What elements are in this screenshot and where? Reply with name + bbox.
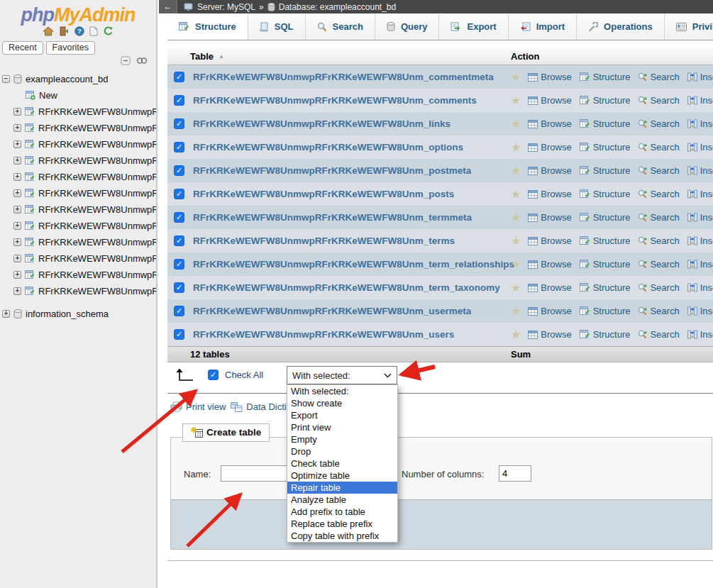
row-checkbox[interactable]	[174, 118, 184, 129]
structure-link[interactable]: Structure	[593, 189, 631, 199]
collapse-icon[interactable]	[2, 75, 10, 83]
table-name-link[interactable]: RFrKRKeWEWFW8UnmwpRFrKRKeWEWFW8Unm_postm…	[193, 165, 471, 176]
tab-query[interactable]: Query	[375, 13, 440, 40]
table-name-link[interactable]: RFrKRKeWEWFW8UnmwpRFrKRKeWEWFW8Unm_comme…	[193, 95, 477, 106]
dropdown-option[interactable]: Print view	[287, 421, 397, 433]
tab-privileges[interactable]: Privileges	[665, 13, 713, 40]
browse-link[interactable]: Browse	[541, 212, 571, 223]
insert-link[interactable]: Insert	[700, 72, 713, 82]
row-checkbox[interactable]	[174, 329, 184, 340]
insert-link[interactable]: Insert	[700, 95, 713, 106]
docs-icon[interactable]	[89, 26, 98, 36]
table-name-link[interactable]: RFrKRKeWEWFW8UnmwpRFrKRKeWEWFW8Unm_links	[193, 118, 451, 129]
tab-operations[interactable]: Operations	[577, 13, 665, 40]
tree-item-table[interactable]: RFrKRKeWEWFW8UnmwpR	[0, 136, 156, 152]
browse-link[interactable]: Browse	[541, 95, 571, 106]
favorite-star-icon[interactable]	[511, 117, 521, 131]
structure-link[interactable]: Structure	[593, 165, 631, 176]
search-link[interactable]: Search	[650, 95, 679, 106]
row-checkbox[interactable]	[174, 212, 184, 223]
dropdown-option[interactable]: With selected:	[287, 385, 397, 397]
table-name-link[interactable]: RFrKRKeWEWFW8UnmwpRFrKRKeWEWFW8Unm_users	[193, 329, 454, 340]
tree-item-table[interactable]: RFrKRKeWEWFW8UnmwpR	[0, 185, 156, 201]
browse-link[interactable]: Browse	[541, 72, 571, 82]
table-name-link[interactable]: RFrKRKeWEWFW8UnmwpRFrKRKeWEWFW8Unm_term_…	[193, 282, 500, 293]
dropdown-option[interactable]: Optimize table	[287, 470, 397, 482]
help-icon[interactable]: ?	[74, 26, 84, 36]
table-name-link[interactable]: RFrKRKeWEWFW8UnmwpRFrKRKeWEWFW8Unm_term_…	[193, 259, 514, 270]
tree-item-table[interactable]: RFrKRKeWEWFW8UnmwpR	[0, 169, 156, 185]
search-link[interactable]: Search	[650, 259, 679, 270]
expand-icon[interactable]	[13, 287, 21, 295]
structure-link[interactable]: Structure	[593, 142, 631, 152]
structure-link[interactable]: Structure	[593, 95, 631, 106]
structure-link[interactable]: Structure	[593, 329, 631, 340]
insert-link[interactable]: Insert	[700, 189, 713, 199]
search-link[interactable]: Search	[650, 72, 679, 82]
columns-count-input[interactable]	[499, 465, 531, 482]
home-icon[interactable]	[43, 26, 54, 36]
favorite-star-icon[interactable]	[511, 234, 521, 248]
tab-search[interactable]: Search	[306, 13, 375, 40]
check-all-label[interactable]: Check All	[225, 370, 263, 380]
row-checkbox[interactable]	[174, 259, 184, 270]
table-name-link[interactable]: RFrKRKeWEWFW8UnmwpRFrKRKeWEWFW8Unm_userm…	[193, 306, 471, 316]
sort-ascending-icon[interactable]: ▲	[219, 53, 224, 60]
insert-link[interactable]: Insert	[700, 235, 713, 246]
structure-link[interactable]: Structure	[593, 212, 631, 223]
table-name-link[interactable]: RFrKRKeWEWFW8UnmwpRFrKRKeWEWFW8Unm_terms	[193, 235, 455, 246]
phpmyadmin-logo[interactable]: phpMyAdmin	[0, 4, 156, 26]
insert-link[interactable]: Insert	[700, 165, 713, 176]
dropdown-option[interactable]: Analyze table	[287, 494, 397, 506]
favorite-star-icon[interactable]	[511, 70, 521, 84]
tab-structure[interactable]: Structure	[167, 13, 248, 40]
structure-link[interactable]: Structure	[593, 306, 631, 316]
expand-icon[interactable]	[13, 124, 21, 132]
table-name-link[interactable]: RFrKRKeWEWFW8UnmwpRFrKRKeWEWFW8Unm_optio…	[193, 142, 463, 152]
breadcrumb-database[interactable]: Database: exampleaccount_bd	[279, 2, 396, 12]
search-link[interactable]: Search	[650, 306, 679, 316]
dropdown-option[interactable]: Check table	[287, 457, 397, 470]
structure-link[interactable]: Structure	[593, 259, 631, 270]
row-checkbox[interactable]	[174, 189, 184, 199]
dropdown-option[interactable]: Replace table prefix	[287, 518, 397, 530]
favorite-star-icon[interactable]	[511, 281, 521, 294]
recent-button[interactable]: Recent	[2, 41, 43, 55]
tree-item-table[interactable]: RFrKRKeWEWFW8UnmwpR	[0, 234, 156, 250]
expand-icon[interactable]	[13, 255, 21, 262]
browse-link[interactable]: Browse	[541, 282, 571, 293]
search-link[interactable]: Search	[650, 329, 679, 340]
column-header-table[interactable]: Table	[190, 51, 214, 62]
favorite-star-icon[interactable]	[511, 140, 521, 154]
expand-icon[interactable]	[13, 189, 21, 197]
structure-link[interactable]: Structure	[593, 72, 631, 82]
tree-item-database[interactable]: exampleaccount_bd	[0, 71, 156, 87]
expand-icon[interactable]	[13, 140, 21, 148]
favorites-button[interactable]: Favorites	[46, 41, 95, 55]
link-views-icon[interactable]	[136, 57, 148, 65]
expand-icon[interactable]	[13, 206, 21, 213]
with-selected-dropdown[interactable]: With selected:	[287, 366, 397, 384]
favorite-star-icon[interactable]	[511, 257, 521, 271]
expand-icon[interactable]	[13, 108, 21, 116]
insert-link[interactable]: Insert	[700, 212, 713, 223]
insert-link[interactable]: Insert	[700, 282, 713, 293]
dropdown-option[interactable]: Empty	[287, 433, 397, 445]
search-link[interactable]: Search	[650, 282, 679, 293]
expand-icon[interactable]	[13, 271, 21, 279]
search-link[interactable]: Search	[650, 142, 679, 152]
row-checkbox[interactable]	[174, 165, 184, 176]
favorite-star-icon[interactable]	[511, 187, 521, 201]
dropdown-option[interactable]: Show create	[287, 397, 397, 409]
browse-link[interactable]: Browse	[541, 142, 571, 152]
browse-link[interactable]: Browse	[541, 118, 571, 129]
tree-item-information-schema[interactable]: information_schema	[0, 306, 156, 322]
browse-link[interactable]: Browse	[541, 259, 571, 270]
reload-icon[interactable]	[103, 26, 114, 36]
expand-icon[interactable]	[13, 222, 21, 230]
row-checkbox[interactable]	[174, 95, 184, 106]
tree-item-table[interactable]: RFrKRKeWEWFW8UnmwpR	[0, 120, 156, 136]
favorite-star-icon[interactable]	[511, 304, 521, 318]
structure-link[interactable]: Structure	[593, 118, 631, 129]
expand-icon[interactable]	[13, 157, 21, 165]
